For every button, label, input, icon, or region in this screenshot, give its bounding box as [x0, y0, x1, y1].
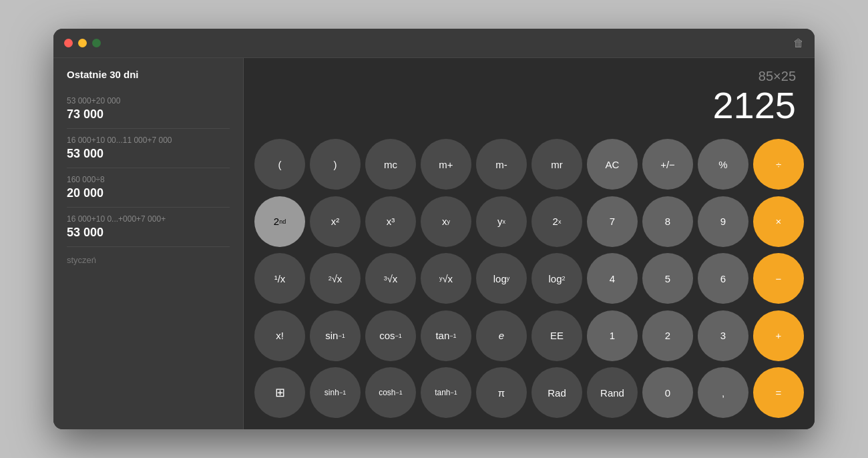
maximize-button[interactable] — [92, 39, 101, 47]
btn-x-squared[interactable]: x² — [310, 196, 361, 247]
btn-0[interactable]: 0 — [642, 367, 693, 418]
btn-x-cubed[interactable]: x³ — [365, 196, 416, 247]
btn-logy[interactable]: logy — [476, 253, 527, 304]
btn-2-to-x[interactable]: 2x — [531, 196, 582, 247]
btn-factorial[interactable]: x! — [254, 310, 305, 361]
buttons-grid: ( ) mc m+ m- mr AC +/− % ÷ 2nd x² x³ xy … — [244, 132, 815, 429]
btn-sqrt3[interactable]: 3√x — [365, 253, 416, 304]
btn-1[interactable]: 1 — [587, 310, 638, 361]
btn-3[interactable]: 3 — [698, 310, 748, 361]
history-item[interactable]: 53 000+20 000 73 000 — [67, 89, 230, 129]
titlebar: 🗑 — [53, 29, 815, 58]
sidebar: Ostatnie 30 dni 53 000+20 000 73 000 16 … — [53, 58, 244, 429]
btn-x-to-y[interactable]: xy — [421, 196, 471, 247]
btn-open-paren[interactable]: ( — [254, 139, 305, 190]
content-area: Ostatnie 30 dni 53 000+20 000 73 000 16 … — [53, 58, 815, 429]
display: 85×25 2125 — [244, 58, 815, 132]
btn-ac[interactable]: AC — [587, 139, 638, 190]
btn-2[interactable]: 2 — [642, 310, 693, 361]
btn-6[interactable]: 6 — [698, 253, 748, 304]
btn-mr[interactable]: mr — [531, 139, 582, 190]
btn-sqrty[interactable]: y√x — [421, 253, 471, 304]
btn-5[interactable]: 5 — [642, 253, 693, 304]
btn-multiply[interactable]: × — [753, 196, 804, 247]
btn-plus-minus[interactable]: +/− — [642, 139, 693, 190]
btn-7[interactable]: 7 — [587, 196, 638, 247]
btn-close-paren[interactable]: ) — [310, 139, 361, 190]
history-expr: 16 000+10 0...+000+7 000+ — [67, 214, 230, 224]
btn-sinh-inv[interactable]: sinh−1 — [310, 367, 361, 418]
history-result: 53 000 — [67, 147, 230, 161]
btn-m-plus[interactable]: m+ — [421, 139, 471, 190]
traffic-lights — [64, 39, 101, 47]
btn-mc[interactable]: mc — [365, 139, 416, 190]
btn-8[interactable]: 8 — [642, 196, 693, 247]
history-expr: 16 000+10 00...11 000+7 000 — [67, 136, 230, 145]
btn-log2[interactable]: log2 — [531, 253, 582, 304]
btn-9[interactable]: 9 — [698, 196, 748, 247]
btn-divide[interactable]: ÷ — [753, 139, 804, 190]
btn-calculator-icon[interactable]: ⊞ — [254, 367, 305, 418]
calculator-main: 85×25 2125 ( ) mc m+ m- mr AC +/− % ÷ 2n… — [244, 58, 815, 429]
history-expr: 53 000+20 000 — [67, 96, 230, 105]
btn-reciprocal[interactable]: ¹/x — [254, 253, 305, 304]
btn-rand[interactable]: Rand — [587, 367, 638, 418]
btn-rad[interactable]: Rad — [531, 367, 582, 418]
btn-tan-inv[interactable]: tan−1 — [421, 310, 471, 361]
btn-cosh-inv[interactable]: cosh−1 — [365, 367, 416, 418]
display-expression: 85×25 — [262, 69, 796, 84]
btn-tanh-inv[interactable]: tanh−1 — [421, 367, 471, 418]
minimize-button[interactable] — [78, 39, 87, 47]
btn-add[interactable]: + — [753, 310, 804, 361]
calculator-window: 🗑 Ostatnie 30 dni 53 000+20 000 73 000 1… — [53, 29, 815, 429]
trash-icon[interactable]: 🗑 — [793, 37, 804, 49]
btn-pi[interactable]: π — [476, 367, 527, 418]
display-result: 2125 — [262, 87, 796, 124]
btn-percent[interactable]: % — [698, 139, 748, 190]
btn-m-minus[interactable]: m- — [476, 139, 527, 190]
btn-comma[interactable]: , — [698, 367, 748, 418]
history-month: styczeń — [67, 255, 230, 265]
history-result: 53 000 — [67, 226, 230, 240]
history-item[interactable]: 160 000÷8 20 000 — [67, 168, 230, 208]
history-result: 73 000 — [67, 107, 230, 122]
close-button[interactable] — [64, 39, 73, 47]
btn-y-to-x[interactable]: yx — [476, 196, 527, 247]
btn-subtract[interactable]: − — [753, 253, 804, 304]
history-item[interactable]: 16 000+10 00...11 000+7 000 53 000 — [67, 129, 230, 168]
history-result: 20 000 — [67, 186, 230, 200]
btn-2nd[interactable]: 2nd — [254, 196, 305, 247]
history-item[interactable]: 16 000+10 0...+000+7 000+ 53 000 — [67, 208, 230, 247]
btn-sin-inv[interactable]: sin−1 — [310, 310, 361, 361]
history-expr: 160 000÷8 — [67, 175, 230, 184]
btn-sqrt2[interactable]: 2√x — [310, 253, 361, 304]
sidebar-title: Ostatnie 30 dni — [67, 69, 230, 80]
btn-ee[interactable]: EE — [531, 310, 582, 361]
btn-e[interactable]: e — [476, 310, 527, 361]
btn-equals[interactable]: = — [753, 367, 804, 418]
btn-cos-inv[interactable]: cos−1 — [365, 310, 416, 361]
btn-4[interactable]: 4 — [587, 253, 638, 304]
